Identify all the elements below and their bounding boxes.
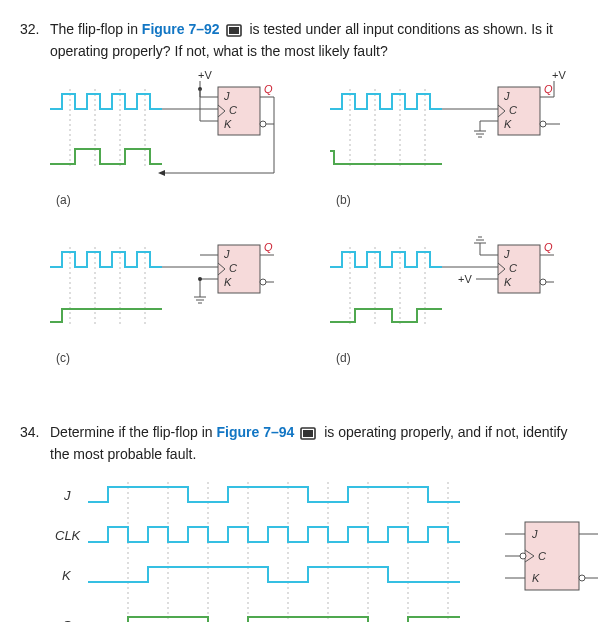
label-d: (d): [320, 351, 570, 365]
svg-text:J: J: [503, 90, 510, 102]
diagram-d: +V J C K Q (d): [320, 227, 570, 365]
sig-q-label: Q: [62, 618, 72, 622]
label-b: (b): [320, 193, 570, 207]
q34-diagram: J CLK K Q J C K Q Q: [20, 472, 580, 622]
figure-7-94-link[interactable]: Figure 7–94: [217, 424, 295, 440]
q32-diagram-grid: +V J C K Q (a) +V: [20, 69, 580, 365]
figure-7-92-link[interactable]: Figure 7–92: [142, 21, 220, 37]
svg-text:C: C: [229, 104, 237, 116]
question-32: 32. The flip-flop in Figure 7–92 is test…: [20, 18, 580, 63]
svg-text:K: K: [224, 118, 232, 130]
svg-text:C: C: [538, 550, 546, 562]
svg-text:C: C: [229, 262, 237, 274]
vcc-label-b: +V: [552, 69, 566, 81]
svg-text:K: K: [532, 572, 540, 584]
question-34: 34. Determine if the flip-flop in Figure…: [20, 421, 580, 466]
svg-point-103: [579, 575, 585, 581]
svg-text:J: J: [503, 248, 510, 260]
svg-point-40: [540, 121, 546, 127]
svg-text:J: J: [223, 90, 230, 102]
svg-text:C: C: [509, 262, 517, 274]
multisim-icon: [300, 425, 318, 441]
svg-text:J: J: [223, 248, 230, 260]
svg-marker-22: [158, 170, 165, 176]
svg-text:Q: Q: [544, 83, 553, 95]
diagram-b: +V J C K Q (b): [320, 69, 570, 207]
sig-j-label: J: [63, 488, 71, 503]
q34-number: 34.: [20, 421, 39, 443]
svg-text:J: J: [531, 528, 538, 540]
svg-text:Q: Q: [544, 241, 553, 253]
vcc-label-a: +V: [198, 69, 212, 81]
sig-k-label: K: [62, 568, 72, 583]
svg-point-18: [260, 121, 266, 127]
sig-clk-label: CLK: [55, 528, 82, 543]
svg-point-80: [540, 279, 546, 285]
svg-point-54: [198, 277, 202, 281]
diagram-c: J C K Q (c): [40, 227, 290, 365]
svg-text:Q: Q: [264, 83, 273, 95]
label-a: (a): [40, 193, 290, 207]
svg-rect-83: [303, 430, 313, 437]
vcc-label-d: +V: [458, 273, 472, 285]
q34-text-pre: Determine if the flip-flop in: [50, 424, 217, 440]
svg-text:K: K: [504, 276, 512, 288]
svg-point-97: [520, 553, 526, 559]
diagram-a: +V J C K Q (a): [40, 69, 290, 207]
multisim-icon: [226, 22, 244, 38]
svg-text:K: K: [224, 276, 232, 288]
label-c: (c): [40, 351, 290, 365]
svg-rect-1: [229, 27, 239, 34]
q32-text-pre: The flip-flop in: [50, 21, 142, 37]
q32-number: 32.: [20, 18, 39, 40]
svg-text:Q: Q: [264, 241, 273, 253]
svg-text:C: C: [509, 104, 517, 116]
svg-text:K: K: [504, 118, 512, 130]
svg-point-61: [260, 279, 266, 285]
